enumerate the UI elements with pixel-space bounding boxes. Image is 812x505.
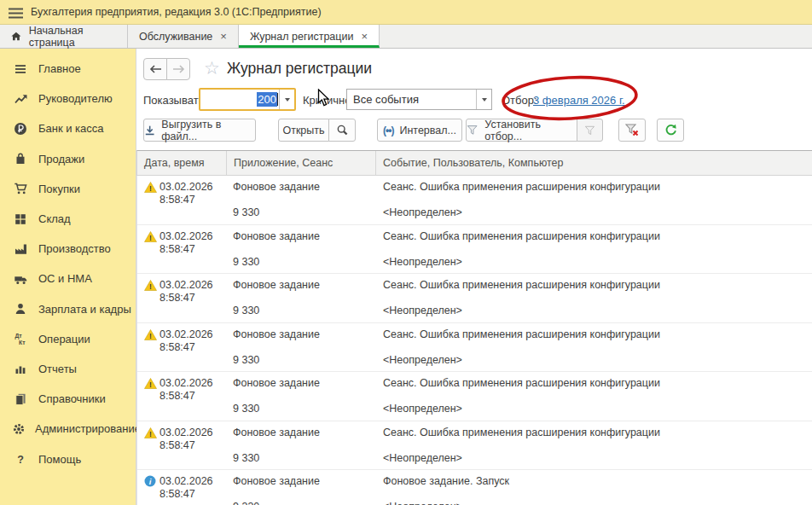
truck-icon [12,271,29,286]
sidebar-item-warehouse[interactable]: Склад [0,204,136,234]
criticality-dropdown-button[interactable] [476,90,491,109]
row-application: Фоновое задание [233,230,320,242]
sidebar-item-gear[interactable]: Администрирование [0,414,136,444]
row-session: 9 330 [233,452,259,464]
set-filter-button[interactable]: Установить отбор... [466,119,577,142]
back-button[interactable] [143,58,167,80]
home-icon [11,31,21,42]
sidebar-item-menu[interactable]: Главное [0,54,136,84]
show-count-value: 200 [257,92,277,107]
find-button[interactable] [328,119,356,142]
tab-home[interactable]: Начальная страница [0,25,128,48]
sidebar-item-label: Покупки [38,183,80,195]
row-session: 9 330 [233,206,259,218]
tab-close-icon[interactable]: × [220,31,227,42]
sidebar-item-person[interactable]: Зарплата и кадры [0,294,136,324]
filter-label: Отбор: [502,94,537,107]
main-menu-icon[interactable] [9,7,23,18]
sidebar-item-dtkt[interactable]: ДтКтОперации [0,324,136,354]
trend-icon [12,91,29,106]
sidebar-item-bag[interactable]: Продажи [0,144,136,174]
row-application: Фоновое задание [233,328,320,340]
row-application: Фоновое задание [233,377,320,389]
filter-history-button[interactable] [577,119,603,142]
row-event: Сеанс. Ошибка применения расширения конф… [383,279,660,291]
row-date: 03.02.2026 [160,377,213,389]
row-event: Сеанс. Ошибка применения расширения конф… [383,328,660,340]
table-row[interactable]: i03.02.20268:58:47Фоновое задание9 330Фо… [137,470,812,505]
table-row[interactable]: !03.02.20268:58:47Фоновое задание9 330Се… [137,372,812,421]
bag-icon [12,152,29,166]
sidebar-item-trend[interactable]: Руководителю [0,84,136,113]
sidebar-item-label: Помощь [38,453,81,466]
tab-strip: Начальная страница Обслуживание×Журнал р… [0,25,812,49]
show-count-field[interactable]: 200 [199,88,296,111]
table-row[interactable]: !03.02.20268:58:47Фоновое задание9 330Се… [137,274,812,323]
row-time: 8:58:47 [160,439,195,451]
sidebar-item-chart[interactable]: Отчеты [0,354,136,384]
sidebar-item-ruble[interactable]: Банк и касса [0,113,136,143]
books-icon [12,392,29,406]
interval-icon: (••) [383,125,393,136]
tab-journal[interactable]: Журнал регистрации× [239,25,380,48]
row-date: 03.02.2026 [160,230,213,242]
funnel-icon [584,125,595,136]
refresh-icon [664,124,677,136]
tab-label: Обслуживание [139,31,212,43]
factory-icon [12,241,29,256]
cart-icon [12,182,29,196]
column-header-event-user[interactable]: Событие, Пользователь, Компьютер [376,151,812,175]
criticality-select[interactable]: Все события [346,89,492,110]
forward-button[interactable] [166,58,190,80]
favorite-star-icon[interactable]: ☆ [204,58,220,78]
sidebar-item-truck[interactable]: ОС и НМА [0,264,136,293]
row-session: 9 330 [233,354,259,366]
history-nav [143,58,190,80]
interval-button[interactable]: (••) Интервал... [377,119,462,142]
person-icon [12,302,29,316]
warning-icon: ! [144,279,157,294]
sidebar-item-factory[interactable]: Производство [0,234,136,264]
refresh-button[interactable] [657,119,684,142]
tab-home-label: Начальная страница [29,25,116,49]
row-event: Фоновое задание. Запуск [383,475,509,487]
row-user: <Неопределен> [383,354,462,366]
table-row[interactable]: !03.02.20268:58:47Фоновое задание9 330Се… [137,176,812,225]
event-log-table: !03.02.20268:58:47Фоновое задание9 330Се… [136,176,812,505]
tab-service[interactable]: Обслуживание× [128,25,239,48]
tab-close-icon[interactable]: × [361,31,368,42]
sidebar-item-cart[interactable]: Покупки [0,174,136,204]
chart-icon [12,362,29,376]
table-row[interactable]: !03.02.20268:58:47Фоновое задание9 330Се… [137,323,812,373]
page-title: Журнал регистрации [227,60,372,78]
column-header-app-session[interactable]: Приложение, Сеанс [227,151,376,175]
chevron-down-icon [285,98,290,102]
table-row[interactable]: !03.02.20268:58:47Фоновое задание9 330Се… [137,225,812,275]
search-icon [336,124,349,136]
column-header-datetime[interactable]: Дата, время [137,151,227,175]
clear-filter-button[interactable] [618,119,646,142]
tab-label: Журнал регистрации [250,31,354,43]
sidebar-item-help[interactable]: ?Помощь [0,444,136,473]
row-time: 8:58:47 [160,488,195,500]
sidebar-item-label: Продажи [38,153,84,165]
row-time: 8:58:47 [160,194,195,206]
row-application: Фоновое задание [233,427,320,438]
open-button[interactable]: Открыть [278,119,329,142]
sidebar-item-books[interactable]: Справочники [0,384,136,414]
table-row[interactable]: !03.02.20268:58:47Фоновое задание9 330Се… [137,421,812,471]
show-count-label: Показывать: [143,94,207,107]
row-time: 8:58:47 [160,292,195,304]
row-time: 8:58:47 [160,243,195,255]
sidebar-item-label: Склад [38,212,71,225]
filter-date-link[interactable]: 3 февраля 2026 г. [533,94,625,107]
clear-filter-icon [625,124,639,136]
warehouse-icon [12,212,29,226]
svg-text:!: ! [149,184,152,193]
menu-icon [12,61,29,76]
export-to-file-button[interactable]: Выгрузить в файл... [143,119,256,142]
funnel-icon [467,125,478,136]
show-count-dropdown-button[interactable] [279,90,294,109]
dtkt-icon: ДтКт [12,332,29,346]
svg-text:!: ! [149,282,152,291]
